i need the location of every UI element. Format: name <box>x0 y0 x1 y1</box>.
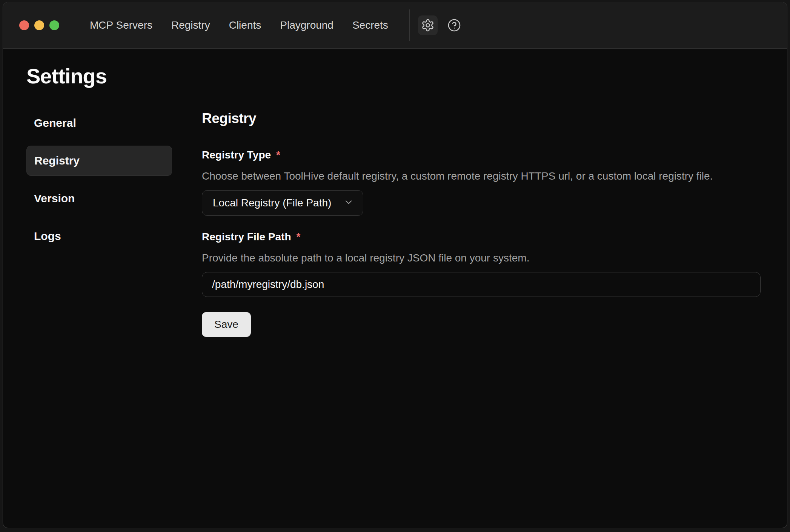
page-title: Settings <box>26 64 787 89</box>
settings-sidebar: General Registry Version Logs <box>26 108 172 337</box>
zoom-window-button[interactable] <box>49 20 59 30</box>
top-navigation: MCP Servers Registry Clients Playground … <box>90 19 388 32</box>
nav-divider <box>409 9 410 41</box>
registry-type-selected-value: Local Registry (File Path) <box>213 197 331 209</box>
sidebar-item-logs[interactable]: Logs <box>26 221 172 251</box>
required-asterisk: * <box>276 149 280 161</box>
nav-registry[interactable]: Registry <box>171 19 210 32</box>
nav-clients[interactable]: Clients <box>229 19 261 32</box>
gear-icon <box>421 18 435 32</box>
app-window: MCP Servers Registry Clients Playground … <box>3 2 787 528</box>
registry-file-path-input[interactable] <box>202 272 761 297</box>
save-button[interactable]: Save <box>202 312 251 337</box>
settings-gear-button[interactable] <box>418 15 438 35</box>
minimize-window-button[interactable] <box>34 20 44 30</box>
sidebar-item-version[interactable]: Version <box>26 183 172 214</box>
help-icon <box>447 18 461 32</box>
nav-secrets[interactable]: Secrets <box>352 19 388 32</box>
registry-type-description: Choose between ToolHive default registry… <box>202 170 761 183</box>
settings-page: Settings General Registry Version Logs R… <box>3 49 787 337</box>
help-button[interactable] <box>444 15 464 35</box>
window-titlebar: MCP Servers Registry Clients Playground … <box>3 2 787 49</box>
traffic-lights <box>19 20 59 30</box>
chevron-down-icon <box>343 197 354 209</box>
registry-settings-panel: Registry Registry Type * Choose between … <box>202 108 787 337</box>
registry-type-label: Registry Type <box>202 149 271 161</box>
required-asterisk: * <box>297 231 301 243</box>
close-window-button[interactable] <box>19 20 29 30</box>
sidebar-item-general[interactable]: General <box>26 108 172 138</box>
section-heading: Registry <box>202 110 761 127</box>
registry-type-select[interactable]: Local Registry (File Path) <box>202 190 363 216</box>
registry-file-path-description: Provide the absolute path to a local reg… <box>202 252 761 264</box>
registry-file-path-label: Registry File Path <box>202 231 291 243</box>
sidebar-item-registry[interactable]: Registry <box>26 146 172 176</box>
nav-mcp-servers[interactable]: MCP Servers <box>90 19 152 32</box>
nav-playground[interactable]: Playground <box>280 19 334 32</box>
